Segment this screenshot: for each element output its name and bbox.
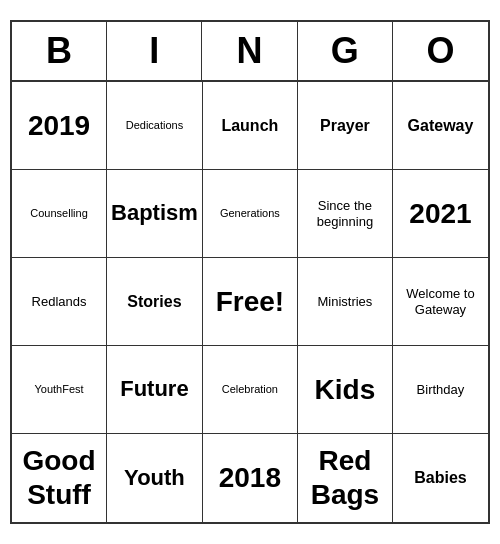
cell-label: Future bbox=[120, 376, 188, 402]
cell-label: Youth bbox=[124, 465, 185, 491]
bingo-cell: Baptism bbox=[107, 170, 203, 258]
header-letter: B bbox=[12, 22, 107, 80]
cell-label: Counselling bbox=[30, 207, 87, 220]
cell-label: 2021 bbox=[409, 197, 471, 231]
cell-label: Good Stuff bbox=[16, 444, 102, 511]
bingo-cell: Future bbox=[107, 346, 203, 434]
bingo-cell: Youth bbox=[107, 434, 203, 522]
bingo-cell: Prayer bbox=[298, 82, 393, 170]
header-letter: G bbox=[298, 22, 393, 80]
header-letter: I bbox=[107, 22, 202, 80]
bingo-cell: 2019 bbox=[12, 82, 107, 170]
cell-label: Ministries bbox=[317, 294, 372, 310]
cell-label: Baptism bbox=[111, 200, 198, 226]
cell-label: Free! bbox=[216, 285, 284, 319]
cell-label: Babies bbox=[414, 468, 466, 487]
bingo-cell: Gateway bbox=[393, 82, 488, 170]
bingo-cell: Generations bbox=[203, 170, 298, 258]
bingo-cell: Red Bags bbox=[298, 434, 393, 522]
cell-label: Birthday bbox=[417, 382, 465, 398]
bingo-cell: Free! bbox=[203, 258, 298, 346]
cell-label: Dedications bbox=[126, 119, 183, 132]
cell-label: YouthFest bbox=[34, 383, 83, 396]
bingo-grid: 2019DedicationsLaunchPrayerGatewayCounse… bbox=[12, 82, 488, 522]
cell-label: Generations bbox=[220, 207, 280, 220]
cell-label: 2019 bbox=[28, 109, 90, 143]
cell-label: Stories bbox=[127, 292, 181, 311]
cell-label: Welcome to Gateway bbox=[397, 286, 484, 317]
bingo-cell: Launch bbox=[203, 82, 298, 170]
cell-label: 2018 bbox=[219, 461, 281, 495]
cell-label: Since the beginning bbox=[302, 198, 388, 229]
cell-label: Celebration bbox=[222, 383, 278, 396]
bingo-card: BINGO 2019DedicationsLaunchPrayerGateway… bbox=[10, 20, 490, 524]
bingo-cell: Since the beginning bbox=[298, 170, 393, 258]
bingo-cell: Welcome to Gateway bbox=[393, 258, 488, 346]
bingo-cell: Counselling bbox=[12, 170, 107, 258]
bingo-cell: Good Stuff bbox=[12, 434, 107, 522]
cell-label: Launch bbox=[221, 116, 278, 135]
bingo-cell: Dedications bbox=[107, 82, 203, 170]
bingo-cell: YouthFest bbox=[12, 346, 107, 434]
bingo-header: BINGO bbox=[12, 22, 488, 82]
bingo-cell: Celebration bbox=[203, 346, 298, 434]
bingo-cell: Kids bbox=[298, 346, 393, 434]
bingo-cell: Stories bbox=[107, 258, 203, 346]
cell-label: Kids bbox=[315, 373, 376, 407]
bingo-cell: 2021 bbox=[393, 170, 488, 258]
cell-label: Redlands bbox=[32, 294, 87, 310]
bingo-cell: Redlands bbox=[12, 258, 107, 346]
cell-label: Prayer bbox=[320, 116, 370, 135]
header-letter: O bbox=[393, 22, 488, 80]
bingo-cell: Birthday bbox=[393, 346, 488, 434]
cell-label: Red Bags bbox=[302, 444, 388, 511]
cell-label: Gateway bbox=[408, 116, 474, 135]
bingo-cell: 2018 bbox=[203, 434, 298, 522]
header-letter: N bbox=[202, 22, 297, 80]
bingo-cell: Ministries bbox=[298, 258, 393, 346]
bingo-cell: Babies bbox=[393, 434, 488, 522]
